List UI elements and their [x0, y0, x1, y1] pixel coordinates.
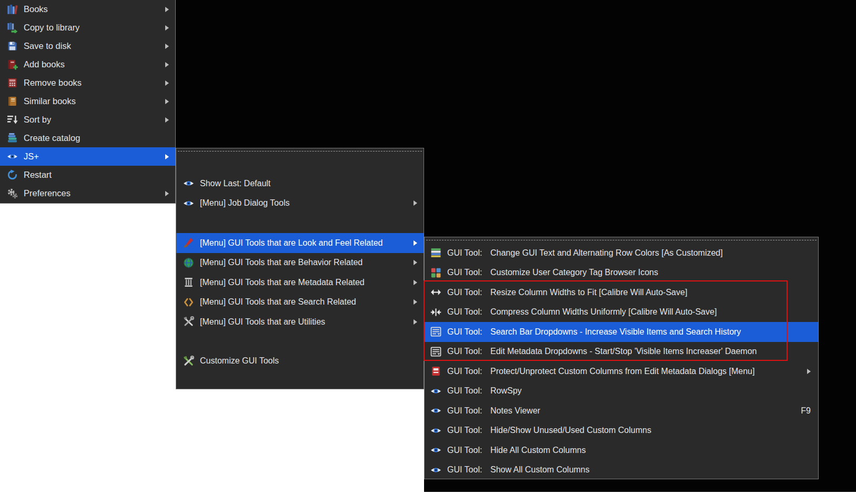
protect-columns-icon — [430, 366, 441, 377]
context-menu-main: Books Copy to library Save to disk Add b… — [0, 0, 176, 204]
menu-item-label: Resize Column Widths to Fit [Calibre Wil… — [490, 288, 811, 297]
submenu-arrow-icon — [414, 280, 417, 285]
menu-item-gui-tools-metadata[interactable]: [Menu] GUI Tools that are Metadata Relat… — [176, 273, 424, 293]
menu-item-gui-tools-look-and-feel[interactable]: [Menu] GUI Tools that are Look and Feel … — [176, 233, 424, 253]
menu-item-label: [Menu] GUI Tools that are Search Related — [200, 297, 406, 307]
menu-item-label: Show All Custom Columns — [490, 465, 811, 475]
menu-item-books[interactable]: Books — [0, 0, 175, 18]
copy-to-library-icon — [6, 22, 18, 34]
menu-item-resize-column-widths[interactable]: GUI Tool: Resize Column Widths to Fit [C… — [425, 283, 818, 303]
globe-icon — [183, 257, 194, 268]
submenu-arrow-icon — [414, 299, 417, 305]
menu-gap — [176, 152, 424, 174]
menu-item-label: Customize User Category Tag Browser Icon… — [490, 268, 811, 277]
menu-item-show-last-default[interactable]: Show Last: Default — [176, 174, 424, 194]
pillar-icon — [183, 277, 194, 288]
gui-tool-prefix: GUI Tool: — [447, 288, 490, 297]
similar-books-icon — [6, 96, 18, 107]
add-books-icon — [6, 59, 18, 70]
menu-item-copy-to-library[interactable]: Copy to library — [0, 18, 175, 37]
restart-icon — [6, 169, 18, 181]
menu-separator — [176, 332, 424, 351]
quotes-icon — [183, 296, 194, 308]
menu-item-label: [Menu] GUI Tools that are Behavior Relat… — [200, 258, 406, 267]
compress-width-icon — [430, 306, 441, 318]
menu-item-label: Restart — [24, 170, 169, 180]
submenu-arrow-icon — [165, 44, 169, 49]
preferences-gears-icon — [6, 188, 18, 199]
menu-item-jsplus[interactable]: JS+ — [0, 147, 175, 166]
submenu-gui-tools-look-and-feel: GUI Tool: Change GUI Text and Alternatin… — [424, 237, 819, 479]
menu-item-restart[interactable]: Restart — [0, 166, 175, 184]
eye-icon — [6, 151, 18, 163]
customize-tools-icon — [183, 355, 194, 367]
eye-icon — [430, 385, 441, 397]
submenu-arrow-icon — [165, 117, 169, 123]
menu-item-label: Search Bar Dropdowns - Increase Visible … — [490, 327, 811, 337]
menu-item-edit-metadata-dropdowns[interactable]: GUI Tool: Edit Metadata Dropdowns - Star… — [425, 342, 818, 362]
menu-item-hide-all-custom-columns[interactable]: GUI Tool: Hide All Custom Columns — [425, 440, 818, 460]
gui-tool-prefix: GUI Tool: — [447, 367, 490, 376]
menu-item-show-all-custom-columns[interactable]: GUI Tool: Show All Custom Columns — [425, 460, 818, 480]
menu-item-rowspy[interactable]: GUI Tool: RowSpy — [425, 381, 818, 401]
menu-item-label: Save to disk — [24, 41, 158, 51]
menu-item-label: Create catalog — [24, 133, 169, 143]
menu-item-label: Hide/Show Unused/Used Custom Columns — [490, 426, 811, 435]
menu-item-label: JS+ — [24, 152, 158, 162]
gui-tool-prefix: GUI Tool: — [447, 268, 490, 277]
menu-item-label: Notes Viewer — [490, 406, 791, 416]
app-background-top — [176, 0, 856, 148]
submenu-arrow-icon — [165, 99, 169, 104]
submenu-arrow-icon — [414, 240, 417, 246]
menu-item-customize-gui-tools[interactable]: Customize GUI Tools — [176, 351, 424, 371]
menu-item-label: Copy to library — [24, 23, 158, 33]
menu-item-protect-custom-columns[interactable]: GUI Tool: Protect/Unprotect Custom Colum… — [425, 361, 818, 381]
menu-item-label: Customize GUI Tools — [200, 356, 417, 366]
menu-item-preferences[interactable]: Preferences — [0, 184, 175, 203]
menu-separator — [176, 213, 424, 233]
remove-books-icon — [6, 77, 18, 89]
menu-item-label: [Menu] GUI Tools that are Look and Feel … — [200, 238, 406, 248]
menu-item-job-dialog-tools[interactable]: [Menu] Job Dialog Tools — [176, 194, 424, 214]
menu-item-change-gui-text-row-colors[interactable]: GUI Tool: Change GUI Text and Alternatin… — [425, 243, 818, 263]
menu-item-add-books[interactable]: Add books — [0, 55, 175, 74]
gui-tool-prefix: GUI Tool: — [447, 465, 490, 475]
menu-item-label: Show Last: Default — [200, 179, 417, 188]
submenu-arrow-icon — [414, 200, 417, 206]
shortcut-label: F9 — [801, 406, 811, 416]
menu-item-compress-column-widths[interactable]: GUI Tool: Compress Column Widths Uniform… — [425, 303, 818, 322]
gui-tool-prefix: GUI Tool: — [447, 446, 490, 455]
menu-item-create-catalog[interactable]: Create catalog — [0, 129, 175, 147]
menu-item-remove-books[interactable]: Remove books — [0, 74, 175, 92]
menu-item-gui-tools-utilities[interactable]: [Menu] GUI Tools that are Utilities — [176, 312, 424, 332]
menu-item-label: Preferences — [24, 188, 158, 198]
menu-item-label: [Menu] GUI Tools that are Utilities — [200, 317, 406, 327]
submenu-arrow-icon — [165, 7, 169, 12]
menu-item-label: [Menu] Job Dialog Tools — [200, 198, 406, 208]
gui-tool-prefix: GUI Tool: — [447, 406, 490, 416]
menu-item-label: Sort by — [24, 115, 158, 125]
menu-item-sort-by[interactable]: Sort by — [0, 110, 175, 129]
menu-item-search-bar-dropdowns[interactable]: GUI Tool: Search Bar Dropdowns - Increas… — [425, 322, 818, 342]
menu-item-notes-viewer[interactable]: GUI Tool: Notes Viewer F9 — [425, 401, 818, 421]
menu-item-gui-tools-behavior[interactable]: [Menu] GUI Tools that are Behavior Relat… — [176, 253, 424, 273]
menu-item-label: Add books — [24, 59, 158, 69]
dropdown-list-icon — [430, 346, 441, 357]
menu-item-label: Hide All Custom Columns — [490, 446, 811, 455]
menu-item-customize-tag-browser-icons[interactable]: GUI Tool: Customize User Category Tag Br… — [425, 263, 818, 283]
gui-tool-prefix: GUI Tool: — [447, 327, 490, 337]
eye-icon — [430, 405, 441, 417]
eye-icon — [430, 425, 441, 436]
gui-tool-prefix: GUI Tool: — [447, 347, 490, 356]
menu-item-save-to-disk[interactable]: Save to disk — [0, 37, 175, 55]
submenu-arrow-icon — [414, 260, 417, 265]
menu-item-gui-tools-search[interactable]: [Menu] GUI Tools that are Search Related — [176, 293, 424, 313]
eye-icon — [430, 464, 441, 476]
menu-item-similar-books[interactable]: Similar books — [0, 92, 175, 110]
menu-item-hide-show-unused-columns[interactable]: GUI Tool: Hide/Show Unused/Used Custom C… — [425, 421, 818, 441]
crossed-tools-icon — [183, 316, 194, 328]
sort-icon — [6, 114, 18, 126]
menu-item-label: Compress Column Widths Uniformly [Calibr… — [490, 307, 811, 317]
paint-brush-icon — [183, 237, 194, 249]
dropdown-list-icon — [430, 326, 441, 338]
